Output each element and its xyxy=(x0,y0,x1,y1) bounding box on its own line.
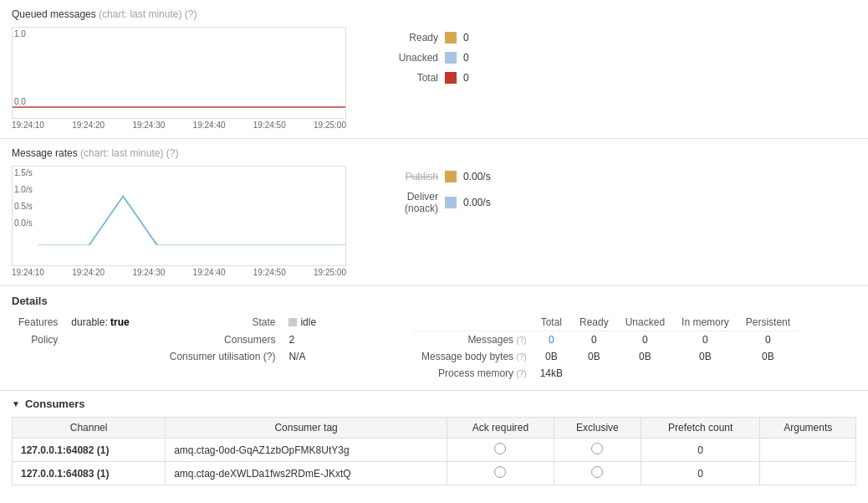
stats-header-ready: Ready xyxy=(571,314,617,331)
row-tag: amq.ctag-0od-GqAZ1zbOpFMK8UtY3g xyxy=(166,439,447,462)
stats-header-unacked: Unacked xyxy=(617,314,673,331)
col-exclusive: Exclusive xyxy=(554,418,641,439)
consumers-section: ▼ Consumers Channel Consumer tag Ack req… xyxy=(0,391,868,492)
col-prefetch-count: Prefetch count xyxy=(641,418,760,439)
stats-row-messages: Messages (?) 0 0 0 0 0 xyxy=(413,331,799,349)
stats-row-process-memory: Process memory (?) 14kB xyxy=(413,365,799,382)
features-value: durable: true xyxy=(64,314,135,331)
ready-color xyxy=(445,32,457,44)
rates-y-4: 0.0/s xyxy=(14,218,33,228)
state-label: State xyxy=(136,314,283,331)
queued-legend: Ready 0 Unacked 0 Total 0 xyxy=(371,27,469,84)
table-row: 127.0.0.1:64082 (1) amq.ctag-0od-GqAZ1zb… xyxy=(13,439,856,462)
row-exclusive xyxy=(554,439,641,462)
col-consumer-tag: Consumer tag xyxy=(166,418,447,439)
queued-y-bottom: 0.0 xyxy=(14,97,26,106)
legend-ready: Ready 0 xyxy=(371,32,469,44)
row-prefetch: 0 xyxy=(641,462,760,485)
table-row: 127.0.0.1:64083 (1) amq.ctag-deXWLDa1fws… xyxy=(13,462,856,485)
row-exclusive xyxy=(554,462,641,485)
state-value: idle xyxy=(282,314,323,331)
legend-total: Total 0 xyxy=(371,72,469,84)
legend-unacked: Unacked 0 xyxy=(371,52,469,64)
col-ack-required: Ack required xyxy=(447,418,554,439)
consumers-title: Consumers xyxy=(25,398,85,410)
legend-publish: Publish 0.00/s xyxy=(371,171,491,182)
rates-y-3: 0.5/s xyxy=(14,202,33,211)
queued-x-labels: 19:24:10 19:24:20 19:24:30 19:24:40 19:2… xyxy=(12,121,346,130)
queued-chart: 1.0 0.0 xyxy=(12,27,346,119)
consumers-table: Channel Consumer tag Ack required Exclus… xyxy=(12,417,856,485)
rates-title: Message rates xyxy=(12,147,78,159)
rates-chart: 1.5/s 1.0/s 0.5/s 0.0/s xyxy=(12,166,346,266)
consumers-count: 2 xyxy=(282,331,323,348)
consumers-toggle[interactable]: ▼ Consumers xyxy=(12,398,856,410)
durable-value: true xyxy=(110,316,130,328)
row-ack xyxy=(447,462,554,485)
ack-circle xyxy=(494,466,506,478)
publish-color xyxy=(445,171,457,182)
row-channel: 127.0.0.1:64083 (1) xyxy=(13,462,166,485)
ack-circle xyxy=(494,443,506,454)
details-section: Details Features durable: true State idl… xyxy=(0,286,868,391)
total-color xyxy=(445,72,457,84)
consumers-label: Consumers xyxy=(136,331,283,348)
rates-y-2: 1.0/s xyxy=(14,185,33,194)
rates-y-1: 1.5/s xyxy=(14,168,33,177)
rates-chart-info: (chart: last minute) (?) xyxy=(80,147,178,159)
exclusive-circle xyxy=(591,443,603,454)
policy-label: Policy xyxy=(12,331,64,348)
utilisation-label: Consumer utilisation (?) xyxy=(136,348,283,365)
row-tag: amq.ctag-deXWLDa1fws2RDmE-JKxtQ xyxy=(166,462,447,485)
stats-header-total: Total xyxy=(532,314,571,331)
row-arguments xyxy=(760,439,856,462)
stats-row-body-bytes: Message body bytes (?) 0B 0B 0B 0B 0B xyxy=(413,348,799,365)
row-ack xyxy=(447,439,554,462)
utilisation-value: N/A xyxy=(282,348,323,365)
row-prefetch: 0 xyxy=(641,439,760,462)
rates-x-labels: 19:24:10 19:24:20 19:24:30 19:24:40 19:2… xyxy=(12,268,346,277)
row-arguments xyxy=(760,462,856,485)
queued-chart-info: (chart: last minute) (?) xyxy=(99,8,197,20)
rates-legend: Publish 0.00/s Deliver(noack) 0.00/s xyxy=(371,166,491,215)
stats-header-persistent: Persistent xyxy=(738,314,799,331)
queued-title: Queued messages xyxy=(12,8,96,20)
unacked-color xyxy=(445,52,457,64)
features-label: Features xyxy=(12,314,64,331)
row-channel: 127.0.0.1:64082 (1) xyxy=(13,439,166,462)
state-dot xyxy=(288,318,297,326)
deliver-color xyxy=(445,197,457,208)
legend-deliver: Deliver(noack) 0.00/s xyxy=(371,191,491,215)
col-arguments: Arguments xyxy=(760,418,856,439)
chevron-down-icon: ▼ xyxy=(12,399,20,408)
exclusive-circle xyxy=(591,466,603,478)
col-channel: Channel xyxy=(13,418,166,439)
stats-header-inmemory: In memory xyxy=(673,314,738,331)
details-title: Details xyxy=(12,295,856,307)
policy-value xyxy=(64,331,135,348)
